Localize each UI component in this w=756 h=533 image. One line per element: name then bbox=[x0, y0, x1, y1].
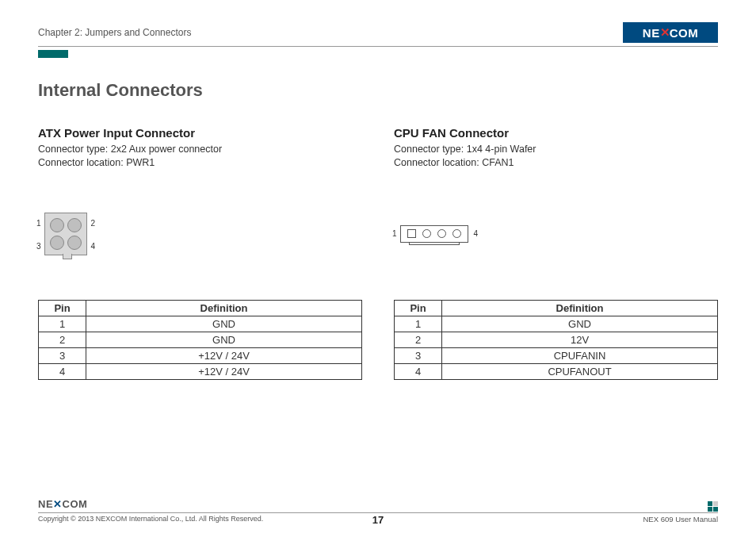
cell-pin: 4 bbox=[39, 363, 86, 379]
atx-location-line: Connector location: PWR1 bbox=[38, 156, 362, 170]
atx-pin-icon bbox=[50, 236, 64, 250]
atx-column: ATX Power Input Connector Connector type… bbox=[38, 126, 362, 380]
cpu-pin-icon bbox=[452, 229, 461, 238]
cell-def: CPUFANIN bbox=[442, 347, 718, 363]
cell-def: +12V / 24V bbox=[86, 347, 362, 363]
cpu-connector-icon bbox=[400, 225, 468, 243]
table-header-pin: Pin bbox=[39, 300, 86, 316]
copyright-text: Copyright © 2013 NEXCOM International Co… bbox=[38, 515, 263, 523]
cell-pin: 4 bbox=[395, 363, 442, 379]
atx-diagram: 1 2 3 4 bbox=[38, 190, 362, 278]
table-row: 3+12V / 24V bbox=[39, 347, 362, 363]
table-row: 1GND bbox=[39, 316, 362, 332]
page-footer: NE✕COM Copyright © 2013 NEXCOM Internati… bbox=[38, 512, 718, 523]
cpu-location-line: Connector location: CFAN1 bbox=[394, 156, 718, 170]
footer-accent-icon bbox=[708, 501, 718, 512]
table-header-def: Definition bbox=[442, 300, 718, 316]
cell-def: GND bbox=[86, 316, 362, 332]
cell-pin: 1 bbox=[395, 316, 442, 332]
page-header: Chapter 2: Jumpers and Connectors NE✕COM bbox=[38, 22, 718, 47]
page-number: 17 bbox=[372, 514, 384, 526]
cell-def: 12V bbox=[442, 332, 718, 347]
cell-pin: 2 bbox=[39, 332, 86, 347]
table-header-pin: Pin bbox=[395, 300, 442, 316]
cell-pin: 2 bbox=[395, 332, 442, 347]
cpu-pin-table: Pin Definition 1GND 212V 3CPUFANIN 4CPUF… bbox=[394, 300, 718, 380]
cpu-heading: CPU FAN Connector bbox=[394, 126, 718, 140]
section-title: Internal Connectors bbox=[38, 80, 718, 101]
table-row: 1GND bbox=[395, 316, 718, 332]
cpu-pin-label-4: 4 bbox=[473, 229, 478, 238]
cell-def: GND bbox=[442, 316, 718, 332]
cpu-type-line: Connector type: 1x4 4-pin Wafer bbox=[394, 143, 718, 156]
manual-name: NEX 609 User Manual bbox=[643, 515, 718, 523]
nexcom-logo-small: NE✕COM bbox=[38, 498, 87, 510]
atx-heading: ATX Power Input Connector bbox=[38, 126, 362, 140]
atx-pin-label-2: 2 bbox=[90, 219, 95, 228]
table-row: 212V bbox=[395, 332, 718, 347]
cpu-column: CPU FAN Connector Connector type: 1x4 4-… bbox=[394, 126, 718, 380]
table-row: 4+12V / 24V bbox=[39, 363, 362, 379]
cpu-pin-label-1: 1 bbox=[392, 229, 397, 238]
accent-tab bbox=[38, 50, 68, 58]
chapter-title: Chapter 2: Jumpers and Connectors bbox=[38, 27, 191, 38]
content-columns: ATX Power Input Connector Connector type… bbox=[38, 126, 718, 380]
cpu-pin-icon bbox=[437, 229, 446, 238]
atx-pin-icon bbox=[50, 218, 64, 232]
table-row: 2GND bbox=[39, 332, 362, 347]
cpu-pin-icon bbox=[407, 229, 416, 238]
cell-def: GND bbox=[86, 332, 362, 347]
atx-pin-label-1: 1 bbox=[36, 219, 41, 228]
cell-def: CPUFANOUT bbox=[442, 363, 718, 379]
cell-pin: 3 bbox=[39, 347, 86, 363]
atx-pin-icon bbox=[67, 236, 82, 250]
atx-pin-label-4: 4 bbox=[90, 242, 95, 251]
atx-pin-table: Pin Definition 1GND 2GND 3+12V / 24V 4+1… bbox=[38, 300, 362, 380]
atx-pin-icon bbox=[67, 218, 82, 232]
nexcom-logo: NE✕COM bbox=[623, 22, 718, 43]
table-header-def: Definition bbox=[86, 300, 362, 316]
cell-pin: 1 bbox=[39, 316, 86, 332]
atx-pin-label-3: 3 bbox=[36, 242, 41, 251]
table-row: 4CPUFANOUT bbox=[395, 363, 718, 379]
cell-def: +12V / 24V bbox=[86, 363, 362, 379]
atx-connector-icon bbox=[44, 213, 87, 255]
atx-type-line: Connector type: 2x2 Aux power connector bbox=[38, 143, 362, 156]
cell-pin: 3 bbox=[395, 347, 442, 363]
cpu-diagram: 1 4 bbox=[394, 190, 718, 278]
table-row: 3CPUFANIN bbox=[395, 347, 718, 363]
cpu-pin-icon bbox=[422, 229, 431, 238]
